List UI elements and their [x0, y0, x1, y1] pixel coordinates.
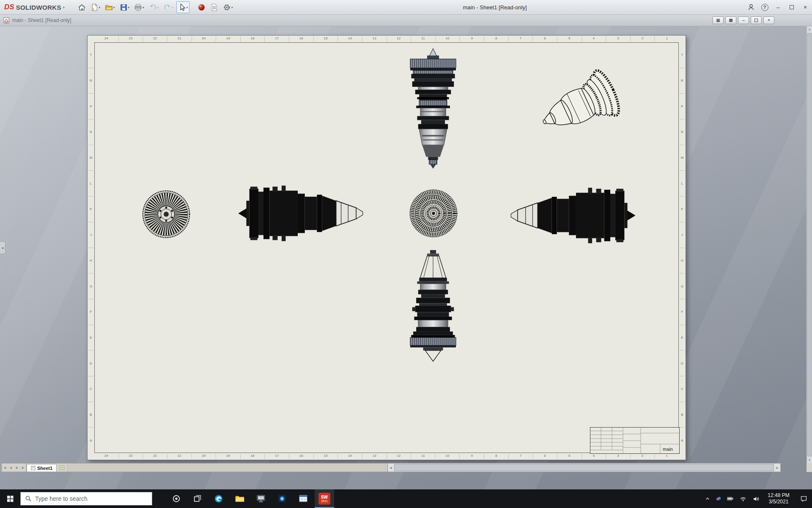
- taskbar-clock[interactable]: 12:48 PM 3/5/2021: [762, 492, 795, 505]
- tab-strip-filler: [68, 464, 386, 472]
- horizontal-scrollbar[interactable]: ◀ ▶: [388, 464, 780, 472]
- drawing-view-front[interactable]: [141, 189, 191, 239]
- horizontal-scroll-track[interactable]: [394, 464, 774, 472]
- dropdown-caret-icon[interactable]: ▾: [128, 6, 130, 9]
- minimize-button[interactable]: –: [771, 0, 785, 15]
- graphics-area[interactable]: 242322212019181716151413121110987654321 …: [0, 26, 812, 489]
- wifi-icon: [740, 496, 746, 502]
- drawing-view-isometric[interactable]: [523, 64, 628, 151]
- volume-button[interactable]: [749, 489, 762, 508]
- rebuild-button[interactable]: [196, 1, 207, 13]
- home-button[interactable]: [76, 1, 88, 13]
- brand-flyout-arrow-icon[interactable]: ▸: [63, 5, 65, 9]
- zone-label: 12: [387, 454, 411, 459]
- hidden-icons-button[interactable]: [702, 489, 713, 508]
- drawing-sheet[interactable]: 242322212019181716151413121110987654321 …: [87, 35, 686, 460]
- action-center-button[interactable]: [795, 489, 812, 508]
- file-properties-button[interactable]: [208, 1, 220, 13]
- previous-sheet-button[interactable]: ◀: [8, 464, 14, 472]
- app-titlebar: DS SOLIDWORKS ▸ ▾ ▾ ▾ ▾ ▾ ▾: [0, 0, 812, 15]
- redo-icon: [163, 3, 171, 11]
- task-pane-flyout-button[interactable]: ◂: [0, 241, 5, 254]
- maximize-icon: [790, 5, 794, 9]
- app-monitor-button[interactable]: [251, 489, 271, 508]
- help-button[interactable]: ?: [758, 0, 771, 15]
- dropdown-caret-icon[interactable]: ▾: [143, 6, 144, 9]
- next-sheet-button[interactable]: ▶: [14, 464, 20, 472]
- app-blue-button[interactable]: [272, 489, 292, 508]
- open-button[interactable]: ▾: [103, 1, 117, 13]
- dropdown-caret-icon[interactable]: ▾: [231, 6, 233, 9]
- quick-access-toolbar: ▾ ▾ ▾ ▾ ▾ ▾ ▾: [76, 1, 235, 13]
- zone-label: C: [680, 376, 685, 402]
- title-block[interactable]: main: [590, 427, 680, 454]
- doc-minimize-button[interactable]: –: [738, 17, 749, 24]
- tile-windows-button[interactable]: ▦: [713, 17, 724, 24]
- drawing-view-top[interactable]: [407, 46, 459, 173]
- dropdown-caret-icon[interactable]: ▾: [157, 6, 159, 9]
- last-sheet-button[interactable]: ▶: [20, 464, 27, 472]
- first-sheet-button[interactable]: ◀: [1, 464, 8, 472]
- horizontal-scroll-thumb[interactable]: [394, 464, 774, 471]
- sheet-tab[interactable]: Sheet1: [27, 464, 57, 472]
- scroll-right-button[interactable]: ▶: [774, 464, 780, 472]
- zone-label: T: [680, 42, 685, 68]
- system-tray: 12:48 PM 3/5/2021: [702, 489, 812, 508]
- redo-button[interactable]: ▾: [162, 1, 175, 13]
- maximize-button[interactable]: [785, 0, 798, 15]
- zone-label: 16: [289, 36, 314, 41]
- vertical-scrollbar[interactable]: ▲ ▼: [807, 26, 812, 463]
- zone-label: 20: [192, 36, 217, 41]
- windows-taskbar: Type here to search SW 2021: [0, 489, 812, 508]
- zone-label: 24: [94, 36, 119, 41]
- drawing-view-rear[interactable]: [409, 188, 458, 238]
- tray-app-button[interactable]: [713, 489, 724, 508]
- zone-label: K: [680, 196, 685, 222]
- doc-restore-button[interactable]: [751, 17, 762, 24]
- dropdown-caret-icon[interactable]: ▾: [172, 6, 173, 9]
- undo-button[interactable]: ▾: [147, 1, 161, 13]
- zone-label: 17: [265, 454, 289, 459]
- zone-label: L: [680, 171, 685, 196]
- select-button[interactable]: ▾: [176, 1, 190, 13]
- sheet-icon: [31, 466, 36, 470]
- drawing-view-right[interactable]: [510, 187, 636, 244]
- chevron-up-icon: [705, 496, 710, 501]
- account-button[interactable]: [744, 0, 758, 15]
- cascade-windows-button[interactable]: ▩: [725, 17, 736, 24]
- add-sheet-tab[interactable]: [57, 464, 68, 472]
- taskbar-search-input[interactable]: Type here to search: [20, 492, 152, 505]
- drawing-view-left[interactable]: [237, 185, 363, 242]
- dropdown-caret-icon[interactable]: ▾: [187, 6, 188, 9]
- battery-button[interactable]: [724, 489, 737, 508]
- network-button[interactable]: [737, 489, 749, 508]
- zone-label: 23: [119, 454, 143, 459]
- scroll-up-button[interactable]: ▲: [807, 26, 812, 32]
- user-icon: [747, 3, 755, 11]
- restore-icon: [754, 19, 758, 22]
- dropdown-caret-icon[interactable]: ▾: [99, 6, 101, 9]
- start-button[interactable]: [0, 489, 20, 508]
- print-button[interactable]: ▾: [132, 1, 146, 13]
- task-view-button[interactable]: [188, 489, 207, 508]
- close-button[interactable]: ×: [798, 0, 812, 15]
- new-document-button[interactable]: ▾: [89, 1, 102, 13]
- cortana-button[interactable]: [167, 489, 186, 508]
- doc-close-button[interactable]: ×: [763, 17, 774, 24]
- scroll-left-button[interactable]: ◀: [388, 464, 394, 472]
- solidworks-taskbar-button[interactable]: SW 2021: [315, 489, 334, 508]
- dropdown-caret-icon[interactable]: ▾: [113, 6, 115, 9]
- scroll-down-button[interactable]: ▼: [807, 457, 812, 463]
- zone-label: 10: [436, 454, 460, 459]
- edge-button[interactable]: [209, 489, 228, 508]
- document-title: main - Sheet1 [Read-only]: [12, 17, 71, 23]
- file-explorer-button[interactable]: [230, 489, 250, 508]
- vertical-scroll-thumb[interactable]: [807, 33, 812, 456]
- drawing-view-bottom[interactable]: [407, 247, 459, 375]
- options-button[interactable]: ▾: [221, 1, 235, 13]
- app-window-button[interactable]: [294, 489, 313, 508]
- ruler-right: TRPNMLKJHGFEDCBA: [680, 42, 685, 453]
- save-button[interactable]: ▾: [118, 1, 132, 13]
- zone-label: F: [680, 299, 685, 325]
- vertical-scroll-track[interactable]: [807, 32, 812, 457]
